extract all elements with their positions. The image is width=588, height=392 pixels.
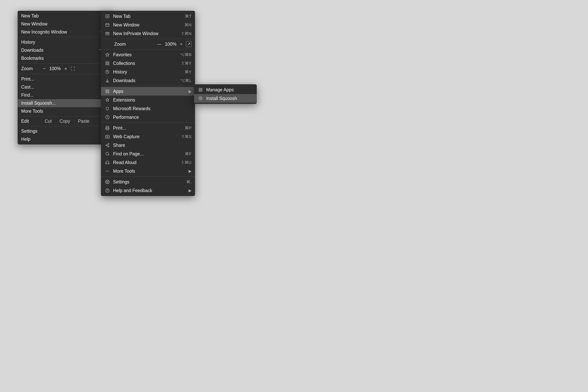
svg-rect-18 xyxy=(106,128,108,130)
menu2-more-tools-arrow: ▶ xyxy=(188,169,192,174)
svg-marker-8 xyxy=(106,53,109,56)
svg-rect-14 xyxy=(106,90,107,91)
menu2-history[interactable]: History ⌘Y xyxy=(101,68,195,76)
svg-rect-11 xyxy=(106,64,107,65)
svg-point-28 xyxy=(108,171,109,171)
apps-icon xyxy=(104,88,110,94)
menu2-settings-label: Settings xyxy=(113,179,129,185)
menu2-zoom-expand[interactable]: ↗ xyxy=(186,41,192,47)
menu2-downloads[interactable]: Downloads ⌥⌘L xyxy=(101,76,195,85)
svg-rect-34 xyxy=(201,88,202,90)
menu1-install-squoosh[interactable]: Install Squoosh... xyxy=(18,99,114,107)
svg-rect-33 xyxy=(199,88,200,90)
menu1-downloads-label: Downloads xyxy=(21,48,44,53)
submenu-install-squoosh[interactable]: Install Squoosh xyxy=(194,94,257,103)
menu2-apps-label: Apps xyxy=(113,89,123,94)
menu1-new-incognito-label: New Incognito Window xyxy=(21,30,67,35)
menu1-new-tab[interactable]: New Tab ⌘T xyxy=(18,12,114,20)
menu1-find[interactable]: Find... ⌘F xyxy=(18,91,114,99)
menu2-new-inprivate-shortcut: ⇧⌘N xyxy=(181,31,192,36)
menu2-favorites[interactable]: Favorites ⌥⌘B xyxy=(101,50,195,59)
menu1-more-tools-label: More Tools xyxy=(21,108,43,114)
menu1-sep4 xyxy=(18,116,114,116)
menu1-zoom-expand[interactable]: ⛶ xyxy=(71,66,75,71)
share-icon xyxy=(104,142,110,148)
menu1-zoom-plus[interactable]: + xyxy=(64,66,67,72)
menu2-zoom-plus[interactable]: + xyxy=(180,42,182,47)
history-icon xyxy=(104,69,110,75)
menu2-favorites-shortcut: ⌥⌘B xyxy=(180,52,192,57)
menu2-read-aloud[interactable]: Read Aloud ⇧⌘U xyxy=(101,158,195,167)
find-on-page-icon xyxy=(104,151,110,157)
svg-rect-15 xyxy=(108,90,109,91)
menu2-new-window[interactable]: New Window ⌘N xyxy=(101,20,195,29)
menu1-history[interactable]: History ▶ xyxy=(18,38,114,46)
menu2-find-on-page-label: Find on Page... xyxy=(113,151,144,156)
menu1-print[interactable]: Print... ⌘P xyxy=(18,75,114,83)
menu2-collections-label: Collections xyxy=(113,61,135,66)
menu2-collections-shortcut: ⇧⌘Y xyxy=(181,61,192,66)
submenu-manage-apps[interactable]: Manage Apps xyxy=(194,86,257,94)
menu1-zoom-row: Zoom − 100% + ⛶ xyxy=(18,64,114,73)
menu1-sep2 xyxy=(18,63,114,64)
menu1-find-label: Find... xyxy=(21,92,34,98)
menu1-zoom-percent: 100% xyxy=(49,66,61,71)
menu2-share[interactable]: Share xyxy=(101,141,195,150)
extensions-icon xyxy=(104,97,110,103)
menu2-find-on-page-shortcut: ⌘F xyxy=(185,152,192,156)
svg-point-30 xyxy=(107,181,108,182)
menu2-settings[interactable]: Settings ⌘, xyxy=(101,178,195,186)
menu1-cast[interactable]: Cast... xyxy=(18,83,114,91)
menu1-new-incognito[interactable]: New Incognito Window ⇧⌘N xyxy=(18,28,114,36)
menu2-history-shortcut: ⌘Y xyxy=(185,70,192,74)
menu2-performance[interactable]: Performance xyxy=(101,113,195,122)
menu1-help[interactable]: Help ▶ xyxy=(18,135,114,143)
more-tools-icon xyxy=(104,168,110,174)
menu2-sep2 xyxy=(101,49,195,50)
menu1-downloads[interactable]: Downloads ⌥⌘L xyxy=(18,46,114,54)
svg-point-27 xyxy=(107,171,108,171)
menu1-edit-label: Edit xyxy=(21,118,37,124)
menu2-rewards[interactable]: Microsoft Rewards xyxy=(101,104,195,113)
menu2-help-feedback[interactable]: Help and Feedback ▶ xyxy=(101,186,195,195)
menu2-new-tab-label: New Tab xyxy=(113,14,130,19)
menu2-print[interactable]: Print... ⌘P xyxy=(101,124,195,132)
menu2-collections[interactable]: Collections ⇧⌘Y xyxy=(101,59,195,68)
menu1-bookmarks[interactable]: Bookmarks ▶ xyxy=(18,54,114,62)
menu1-new-window[interactable]: New Window ⌘N xyxy=(18,20,114,28)
inprivate-icon xyxy=(104,30,110,36)
menu2-more-tools-label: More Tools xyxy=(113,168,135,174)
svg-point-31 xyxy=(106,189,109,192)
menu2-find-on-page[interactable]: Find on Page... ⌘F xyxy=(101,150,195,158)
menu1-settings[interactable]: Settings ⌘, xyxy=(18,127,114,135)
menu2-read-aloud-label: Read Aloud xyxy=(113,160,136,165)
menu2-zoom-minus[interactable]: — xyxy=(157,42,161,47)
menu1-new-window-label: New Window xyxy=(21,21,48,27)
svg-rect-3 xyxy=(106,24,109,26)
menu2-zoom-percent: 100% xyxy=(165,42,176,47)
menu2-new-tab-shortcut: ⌘T xyxy=(185,14,192,18)
menu2-share-label: Share xyxy=(113,143,125,148)
menu2-extensions[interactable]: Extensions xyxy=(101,96,195,104)
menu2-settings-shortcut: ⌘, xyxy=(186,180,192,184)
menu1-cut-btn[interactable]: Cut xyxy=(45,118,52,124)
help-feedback-icon xyxy=(104,188,110,194)
menu2-web-capture[interactable]: Web Capture ⇧⌘S xyxy=(101,132,195,141)
menu2-apps[interactable]: Apps ▶ xyxy=(101,87,195,96)
menu1-bookmarks-label: Bookmarks xyxy=(21,56,44,61)
submenu-manage-apps-label: Manage Apps xyxy=(206,87,234,92)
menu2-favorites-label: Favorites xyxy=(113,52,132,58)
menu1-cast-label: Cast... xyxy=(21,84,34,90)
favorites-icon xyxy=(104,52,110,58)
manage-apps-icon xyxy=(198,87,204,93)
menu1-more-tools[interactable]: More Tools ▶ xyxy=(18,107,114,115)
menu2-sep1 xyxy=(101,39,195,39)
menu1-zoom-minus[interactable]: − xyxy=(43,66,46,72)
menu2-help-feedback-arrow: ▶ xyxy=(188,188,192,193)
menu1-paste-btn[interactable]: Paste xyxy=(78,118,90,124)
menu2-new-inprivate[interactable]: New InPrivate Window ⇧⌘N xyxy=(101,29,195,38)
edge-context-menu: New Tab ⌘T New Window ⌘N New InPrivate W… xyxy=(101,11,195,196)
menu2-more-tools[interactable]: More Tools ▶ xyxy=(101,167,195,176)
menu1-copy-btn[interactable]: Copy xyxy=(60,118,70,124)
menu2-new-tab[interactable]: New Tab ⌘T xyxy=(101,12,195,20)
